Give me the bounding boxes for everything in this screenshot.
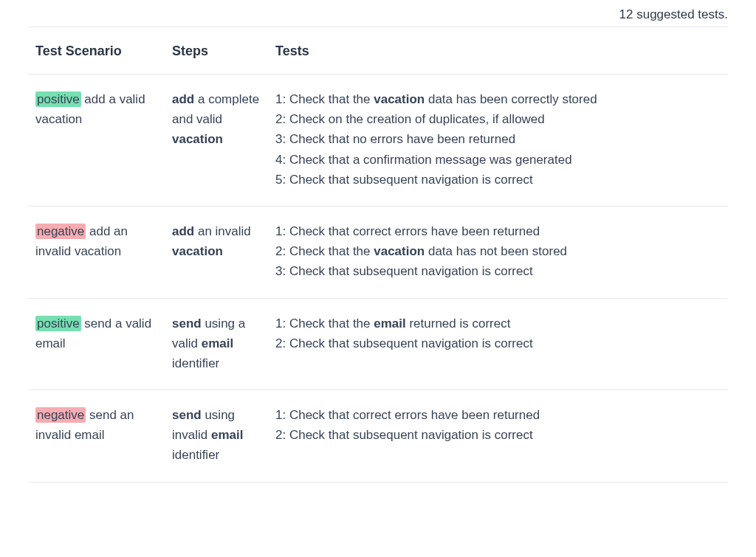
test-line: 4: Check that a confirmation message was… bbox=[275, 150, 721, 170]
bold-text: add bbox=[172, 92, 194, 106]
bold-text: email bbox=[202, 336, 233, 350]
bold-text: vacation bbox=[172, 244, 223, 258]
steps-cell: send using a valid email identifier bbox=[165, 298, 268, 390]
positive-tag: positive bbox=[35, 316, 81, 331]
bold-text: vacation bbox=[374, 244, 425, 258]
steps-cell: send using invalid email identifier bbox=[165, 390, 268, 482]
bold-text: send bbox=[172, 408, 202, 422]
test-line: 3: Check that subsequent navigation is c… bbox=[275, 261, 721, 281]
negative-tag: negative bbox=[35, 224, 86, 239]
bold-text: add bbox=[172, 224, 194, 238]
test-line: 1: Check that correct errors have been r… bbox=[275, 405, 721, 425]
scenario-cell: positive add a valid vacation bbox=[28, 75, 165, 207]
bold-text: email bbox=[374, 316, 405, 331]
test-line: 2: Check that the vacation data has not … bbox=[275, 241, 721, 261]
table-row: negative send an invalid emailsend using… bbox=[28, 390, 728, 482]
test-line: 2: Check on the creation of duplicates, … bbox=[275, 109, 721, 129]
test-line: 1: Check that correct errors have been r… bbox=[275, 221, 721, 241]
tests-cell: 1: Check that correct errors have been r… bbox=[268, 206, 728, 298]
col-steps-header: Steps bbox=[165, 27, 268, 75]
table-row: negative add an invalid vacationadd an i… bbox=[28, 206, 728, 298]
col-scenario-header: Test Scenario bbox=[28, 27, 165, 75]
test-line: 2: Check that subsequent navigation is c… bbox=[275, 333, 721, 353]
test-line: 3: Check that no errors have been return… bbox=[275, 129, 721, 149]
steps-cell: add an invalid vacation bbox=[165, 206, 268, 298]
bold-text: send bbox=[172, 316, 202, 331]
bold-text: vacation bbox=[172, 132, 223, 146]
scenario-cell: negative add an invalid vacation bbox=[28, 206, 165, 298]
summary-text: 12 suggested tests. bbox=[28, 0, 728, 27]
test-line: 1: Check that the vacation data has been… bbox=[275, 89, 721, 109]
tests-cell: 1: Check that correct errors have been r… bbox=[268, 390, 728, 482]
test-line: 1: Check that the email returned is corr… bbox=[275, 314, 721, 333]
tests-table: Test Scenario Steps Tests positive add a… bbox=[28, 27, 728, 482]
positive-tag: positive bbox=[35, 91, 81, 107]
scenario-cell: negative send an invalid email bbox=[28, 390, 165, 482]
tests-cell: 1: Check that the vacation data has been… bbox=[268, 75, 728, 207]
bold-text: email bbox=[211, 428, 243, 442]
table-container: 12 suggested tests. Test Scenario Steps … bbox=[0, 0, 756, 505]
table-header-row: Test Scenario Steps Tests bbox=[28, 27, 728, 75]
table-row: positive add a valid vacationadd a compl… bbox=[28, 75, 728, 207]
table-row: positive send a valid emailsend using a … bbox=[28, 298, 728, 390]
scenario-cell: positive send a valid email bbox=[28, 298, 165, 390]
test-line: 5: Check that subsequent navigation is c… bbox=[275, 170, 721, 190]
steps-cell: add a complete and valid vacation bbox=[165, 75, 268, 207]
negative-tag: negative bbox=[35, 407, 86, 423]
test-line: 2: Check that subsequent navigation is c… bbox=[275, 425, 721, 445]
col-tests-header: Tests bbox=[268, 27, 728, 75]
tests-cell: 1: Check that the email returned is corr… bbox=[268, 298, 728, 390]
bold-text: vacation bbox=[374, 92, 425, 106]
